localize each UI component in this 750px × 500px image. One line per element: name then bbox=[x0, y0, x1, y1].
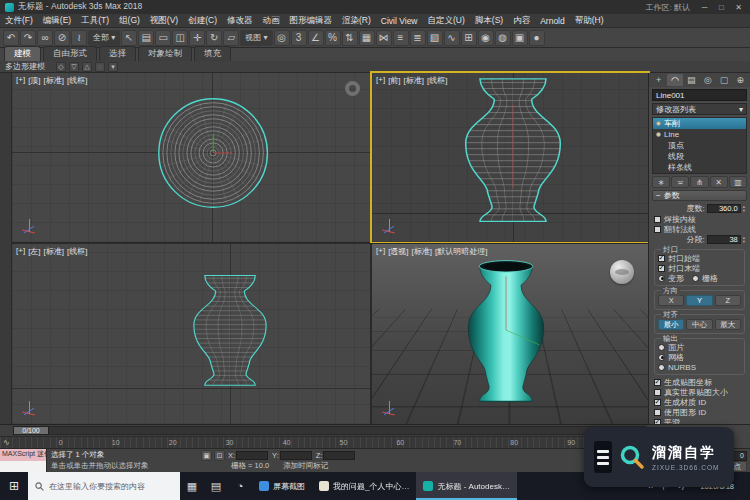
material-editor-icon[interactable]: ◉ bbox=[478, 30, 494, 46]
spinner-icon[interactable]: ▴▾ bbox=[743, 205, 745, 213]
maxscript-mini-listener[interactable]: MAXScript 迷你侦听器 bbox=[0, 449, 47, 472]
viewport-label[interactable]: [标准] bbox=[412, 246, 432, 257]
taskbar-app-button[interactable]: 屏幕截图 bbox=[252, 472, 312, 500]
rendered-frame-icon[interactable]: ▣ bbox=[512, 30, 528, 46]
remove-modifier-icon[interactable]: ✕ bbox=[710, 176, 728, 188]
render-setup-icon[interactable]: ◍ bbox=[495, 30, 511, 46]
modifier-stack-row[interactable]: 顶点 bbox=[653, 140, 746, 151]
coordinate-field[interactable] bbox=[280, 451, 312, 460]
snap-toggle-icon[interactable]: 3 bbox=[291, 30, 307, 46]
schematic-view-icon[interactable]: ⊞ bbox=[461, 30, 477, 46]
modifier-stack-row[interactable]: 样条线 bbox=[653, 162, 746, 173]
ribbon-panel-label[interactable]: 多边形建模 bbox=[5, 61, 45, 72]
menu-item[interactable]: 自定义(U) bbox=[423, 15, 470, 27]
use-pivot-point-center-icon[interactable]: ◎ bbox=[274, 30, 290, 46]
menu-item[interactable]: 图形编辑器 bbox=[285, 15, 338, 27]
isolate-selection-icon[interactable]: ▣ bbox=[201, 450, 212, 461]
menu-item[interactable]: 编辑(E) bbox=[38, 15, 76, 27]
menu-item[interactable]: 内容 bbox=[508, 15, 535, 27]
align-button[interactable]: 最大 bbox=[715, 319, 741, 330]
ribbon-tab[interactable]: 选择 bbox=[99, 46, 136, 61]
viewport-label[interactable]: [默认明暗处理] bbox=[435, 246, 487, 257]
menu-item[interactable]: 创建(C) bbox=[183, 15, 222, 27]
select-and-link-icon[interactable]: ∞ bbox=[37, 30, 53, 46]
output-radio[interactable]: 网格 bbox=[658, 352, 741, 362]
ribbon-tab[interactable]: 对象绘制 bbox=[138, 46, 192, 61]
browser-icon[interactable]: ◔ bbox=[228, 472, 252, 500]
time-tag-button[interactable]: 添加时间标记 bbox=[283, 461, 328, 471]
loop-selection-icon[interactable]: ◌ bbox=[95, 62, 105, 72]
redo-icon[interactable]: ↷ bbox=[20, 30, 36, 46]
menu-item[interactable]: 动画 bbox=[258, 15, 285, 27]
viewport-label[interactable]: [线框] bbox=[67, 75, 87, 86]
ribbon-tab[interactable]: 填充 bbox=[194, 46, 231, 61]
object-name-field[interactable]: Line001 bbox=[652, 89, 747, 101]
grow-selection-icon[interactable]: △ bbox=[82, 62, 92, 72]
generation-checkbox[interactable]: 生成材质 ID bbox=[654, 397, 745, 407]
select-object-icon[interactable]: ↖ bbox=[121, 30, 137, 46]
align-button[interactable]: 最小 bbox=[658, 319, 684, 330]
direction-button[interactable]: X bbox=[658, 295, 684, 306]
generation-checkbox[interactable]: 生成贴图坐标 bbox=[654, 377, 745, 387]
menu-item[interactable]: 修改器 bbox=[222, 15, 258, 27]
start-button[interactable]: ⊞ bbox=[0, 472, 28, 500]
generation-checkbox[interactable]: 真实世界贴图大小 bbox=[654, 387, 745, 397]
mini-curve-editor-icon[interactable]: ∿ bbox=[3, 438, 10, 447]
ribbon-tab[interactable]: 建模 bbox=[4, 46, 41, 61]
make-unique-icon[interactable]: ⋔ bbox=[690, 176, 708, 188]
soft-selection-icon[interactable]: ◇ bbox=[56, 62, 66, 72]
viewport-label[interactable]: [标准] bbox=[404, 75, 424, 86]
viewport-label[interactable]: [前] bbox=[388, 75, 400, 86]
modifier-stack-row[interactable]: 车削 bbox=[653, 118, 746, 129]
cap-end-checkbox[interactable]: 封口末端 bbox=[658, 263, 741, 273]
unlink-selection-icon[interactable]: ⊘ bbox=[54, 30, 70, 46]
output-radio[interactable]: NURBS bbox=[658, 362, 741, 372]
bind-to-space-warp-icon[interactable]: ≀ bbox=[71, 30, 87, 46]
generation-checkbox[interactable]: 平滑 bbox=[654, 417, 745, 424]
menu-item[interactable]: 帮助(H) bbox=[570, 15, 609, 27]
select-and-scale-icon[interactable]: ▱ bbox=[223, 30, 239, 46]
scene-explorer-icon[interactable]: ≣ bbox=[410, 30, 426, 46]
layer-explorer-icon[interactable]: ▧ bbox=[427, 30, 443, 46]
mirror-icon[interactable]: ⋈ bbox=[376, 30, 392, 46]
viewport-label[interactable]: [左] bbox=[28, 246, 40, 257]
minimize-button[interactable]: ─ bbox=[698, 3, 711, 12]
pin-stack-icon[interactable]: ∗ bbox=[652, 176, 670, 188]
viewport-front[interactable]: [+][前][标准][线框] bbox=[372, 73, 648, 242]
viewport-label[interactable]: [透视] bbox=[388, 246, 408, 257]
percent-snap-icon[interactable]: % bbox=[325, 30, 341, 46]
reference-coordinate-dropdown[interactable]: 视图 ▾ bbox=[240, 30, 272, 46]
menu-item[interactable]: 脚本(S) bbox=[470, 15, 508, 27]
viewport-label[interactable]: [线框] bbox=[427, 75, 447, 86]
curve-editor-icon[interactable]: ∿ bbox=[444, 30, 460, 46]
close-button[interactable]: ✕ bbox=[732, 3, 745, 12]
align-button[interactable]: 中心 bbox=[686, 319, 712, 330]
menu-item[interactable]: 渲染(R) bbox=[337, 15, 376, 27]
segments-field[interactable]: 38 bbox=[707, 235, 741, 244]
ribbon-minimize-caret[interactable]: ▾ bbox=[108, 62, 118, 72]
hierarchy-tab-icon[interactable]: ▤ bbox=[684, 74, 699, 86]
modifier-list-dropdown[interactable]: 修改器列表 ▾ bbox=[652, 103, 747, 115]
rectangular-selection-region-icon[interactable]: ▭ bbox=[155, 30, 171, 46]
viewport-label[interactable]: [+] bbox=[16, 246, 25, 257]
modifier-stack-row[interactable]: Line bbox=[653, 129, 746, 140]
time-slider-handle[interactable]: 0/100 bbox=[13, 426, 49, 435]
display-tab-icon[interactable]: ▢ bbox=[716, 74, 731, 86]
utilities-tab-icon[interactable]: ⊕ bbox=[733, 74, 748, 86]
degrees-field[interactable]: 360.0 bbox=[707, 204, 741, 213]
viewport-top[interactable]: [+][顶][标准][线框] bbox=[12, 73, 370, 242]
task-view-icon[interactable]: ▦ bbox=[180, 472, 204, 500]
cap-morph-radio[interactable]: 变形 bbox=[658, 273, 684, 283]
menu-item[interactable]: 文件(F) bbox=[0, 15, 38, 27]
cap-grid-radio[interactable]: 栅格 bbox=[692, 273, 718, 283]
selection-filter-dropdown[interactable]: 全部 ▾ bbox=[88, 30, 120, 46]
app-logo-icon[interactable] bbox=[5, 3, 14, 12]
visibility-bulb-icon[interactable] bbox=[656, 121, 661, 126]
visibility-bulb-icon[interactable] bbox=[656, 132, 661, 137]
configure-modifier-sets-icon[interactable]: ▥ bbox=[729, 176, 747, 188]
modifier-stack-row[interactable]: 线段 bbox=[653, 151, 746, 162]
taskbar-app-button[interactable]: 无标题 - Autodesk… bbox=[416, 472, 516, 500]
spinner-snap-icon[interactable]: ⇅ bbox=[342, 30, 358, 46]
viewport-perspective[interactable]: [+][透视][标准][默认明暗处理] bbox=[372, 244, 648, 424]
angle-snap-icon[interactable]: ∠ bbox=[308, 30, 324, 46]
